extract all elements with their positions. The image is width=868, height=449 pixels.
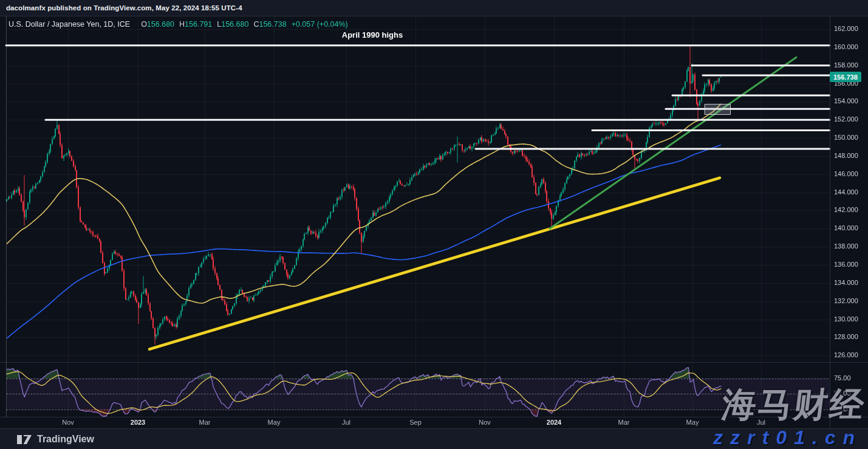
attribution-bar: dacolmanfx published on TradingView.com,… [0,0,868,16]
ohlc-letter: H [179,20,185,29]
price-axis-label: 160.000 [834,43,858,50]
price-axis-label: 132.000 [834,297,858,304]
price-axis-label: 134.000 [834,279,858,286]
time-axis-label: Nov [479,419,491,426]
price-axis-label: 130.000 [834,315,858,323]
price-axis-label: 146.000 [834,170,858,177]
attribution-text: dacolmanfx published on TradingView.com,… [6,4,242,12]
time-axis-label: Mar [618,419,630,426]
price-axis-label: 154.000 [834,97,858,105]
price-axis-label: 148.000 [834,152,858,159]
ohlc-value: 156.738 [259,20,286,29]
price-axis-label: 128.000 [834,333,858,340]
site-watermark: 海马财经 [719,382,868,428]
ohlc-letter: O [141,20,147,29]
price-axis-label: 126.000 [834,351,858,358]
time-axis-label: 2024 [547,419,561,426]
tradingview-logo[interactable] [16,434,32,445]
ohlc-value: 156.680 [221,20,248,29]
price-axis-label: 142.000 [834,206,858,213]
price-axis-label: 150.000 [834,134,858,141]
price-axis-label: 152.000 [834,115,858,123]
change-value: +0.057 (+0.04%) [292,20,348,29]
time-axis-label: Nov [62,419,74,426]
price-axis-label: 162.000 [834,25,858,32]
ohlc-value: 156.680 [147,20,174,29]
time-axis-label: May [268,419,281,426]
tradingview-logo-icon [16,434,32,445]
price-axis-label: 144.000 [834,188,858,196]
time-axis-label: Jul [342,419,350,426]
symbol-title: U.S. Dollar / Japanese Yen, 1D, ICE [9,20,130,29]
last-price-tag: 156.738 [830,72,861,82]
price-axis-label: 136.000 [834,261,858,268]
rsi-axis-label: 75.00 [834,374,851,382]
price-axis-label: 158.000 [834,61,858,69]
tradingview-brand-text[interactable]: TradingView [37,434,94,445]
site-url-watermark: zzrt01.cn [713,427,862,449]
ohlc-value: 156.791 [185,20,212,29]
time-axis-label: Mar [199,419,211,426]
price-axis-label: 140.000 [834,224,858,231]
price-axis-label: 138.000 [834,242,858,250]
published-chart-page: dacolmanfx published on TradingView.com,… [0,0,868,449]
ohlc-values: O156.680H156.791L156.680C156.738 [136,20,287,29]
time-axis-label: May [686,419,699,426]
symbol-legend[interactable]: U.S. Dollar / Japanese Yen, 1D, ICEO156.… [9,20,348,29]
april-1990-highs-label: April 1990 highs [342,30,403,39]
time-axis-label: 2023 [131,419,145,426]
time-axis-label: Sep [409,419,422,426]
